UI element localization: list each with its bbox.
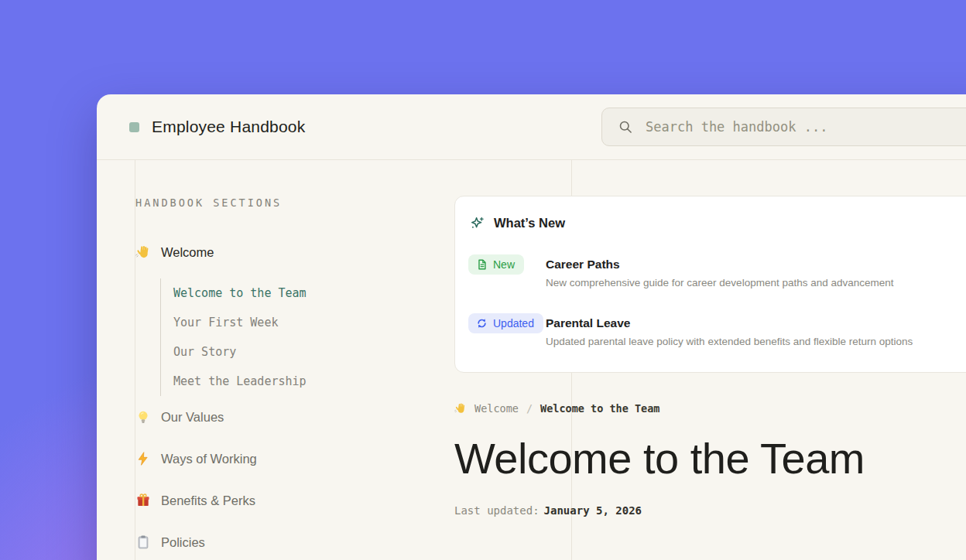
- sidebar-item-label: Policies: [161, 535, 205, 550]
- breadcrumb-separator: /: [526, 402, 533, 415]
- whats-new-header: What’s New: [468, 215, 966, 231]
- search-box[interactable]: [601, 108, 966, 146]
- whats-new-item-title: Career Paths: [546, 258, 894, 271]
- app-logo: [129, 122, 139, 132]
- whats-new-item-career-paths[interactable]: New Career Paths New comprehensive guide…: [468, 254, 966, 289]
- sidebar-item-benefits-perks[interactable]: Benefits & Perks: [135, 493, 445, 508]
- welcome-subsections: Welcome to the Team Your First Week Our …: [160, 278, 445, 396]
- whats-new-item-parental-leave[interactable]: Updated Parental Leave Updated parental …: [468, 313, 966, 347]
- whats-new-card: What’s New New Career Paths New comprehe…: [454, 196, 966, 373]
- sidebar: HANDBOOK SECTIONS Welcome Welcome to the…: [135, 196, 445, 550]
- sidebar-subitem-our-story[interactable]: Our Story: [173, 337, 445, 367]
- sidebar-heading: HANDBOOK SECTIONS: [135, 196, 445, 209]
- lightbulb-emoji-icon: [135, 409, 151, 425]
- document-icon: [476, 258, 488, 271]
- search-icon: [618, 119, 634, 135]
- updated-badge: Updated: [468, 313, 543, 333]
- sidebar-subitem-welcome-to-the-team[interactable]: Welcome to the Team: [173, 278, 445, 308]
- whats-new-item-description: New comprehensive guide for career devel…: [546, 277, 894, 289]
- sidebar-item-label: Benefits & Perks: [161, 493, 255, 508]
- sparkles-icon: [469, 215, 485, 231]
- window-header: Employee Handbook: [97, 94, 966, 160]
- wave-emoji-icon: [135, 244, 151, 260]
- last-updated-value: January 5, 2026: [544, 504, 642, 517]
- sidebar-subitem-your-first-week[interactable]: Your First Week: [173, 308, 445, 337]
- search-input[interactable]: [646, 119, 966, 135]
- lightning-emoji-icon: [135, 451, 151, 466]
- refresh-icon: [476, 317, 488, 330]
- app-title: Employee Handbook: [152, 118, 305, 136]
- clipboard-emoji-icon: [135, 534, 151, 550]
- sidebar-item-our-values[interactable]: Our Values: [135, 409, 445, 425]
- handbook-window: Employee Handbook HANDBOOK SECTIONS Welc…: [97, 94, 966, 560]
- window-body: HANDBOOK SECTIONS Welcome Welcome to the…: [97, 160, 966, 560]
- last-updated: Last updated:January 5, 2026: [454, 504, 966, 517]
- wave-emoji-icon: [454, 402, 467, 415]
- sidebar-item-policies[interactable]: Policies: [135, 534, 445, 550]
- sidebar-item-welcome[interactable]: Welcome: [135, 244, 445, 260]
- sidebar-subitem-meet-the-leadership[interactable]: Meet the Leadership: [173, 367, 445, 396]
- whats-new-item-description: Updated parental leave policy with exten…: [546, 336, 913, 347]
- page-title: Welcome to the Team: [454, 433, 966, 483]
- gift-emoji-icon: [135, 493, 151, 508]
- last-updated-label: Last updated:: [454, 504, 540, 517]
- sidebar-item-label: Our Values: [161, 410, 224, 425]
- sidebar-item-label: Ways of Working: [161, 452, 257, 466]
- whats-new-item-title: Parental Leave: [546, 316, 913, 330]
- sidebar-item-ways-of-working[interactable]: Ways of Working: [135, 451, 445, 466]
- breadcrumb: Welcome / Welcome to the Team: [454, 402, 966, 415]
- sidebar-item-label: Welcome: [161, 245, 214, 260]
- breadcrumb-page: Welcome to the Team: [540, 402, 659, 415]
- new-badge: New: [468, 254, 524, 275]
- whats-new-title: What’s New: [494, 216, 565, 230]
- main-content: What’s New New Career Paths New comprehe…: [454, 160, 966, 517]
- breadcrumb-section[interactable]: Welcome: [474, 402, 519, 415]
